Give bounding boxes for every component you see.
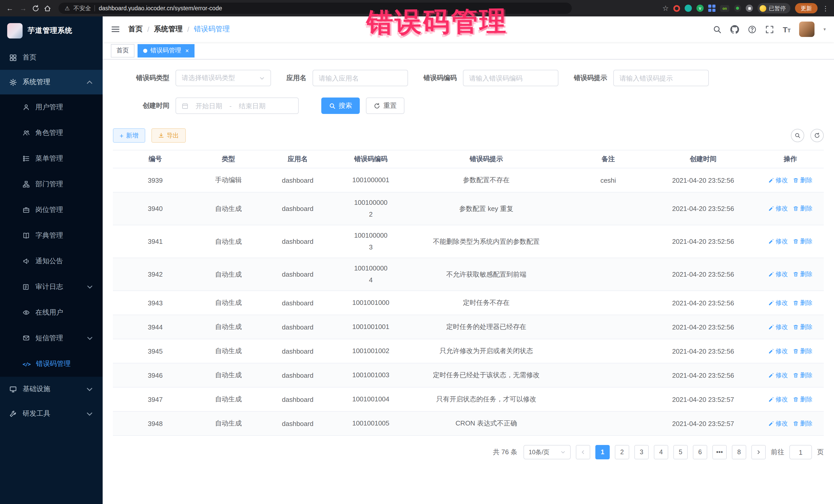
- delete-button[interactable]: 删除: [793, 395, 812, 404]
- page-button-8[interactable]: 8: [732, 445, 746, 459]
- edit-button[interactable]: 修改: [768, 176, 788, 184]
- extension-green-dot-icon[interactable]: [734, 5, 741, 12]
- app-name-input[interactable]: [319, 74, 402, 82]
- browser-back-icon[interactable]: ←: [5, 4, 14, 12]
- tab-home[interactable]: 首页: [111, 44, 134, 57]
- delete-button[interactable]: 删除: [793, 323, 812, 331]
- error-code-input[interactable]: [469, 74, 552, 82]
- refresh-table-button[interactable]: [810, 129, 824, 142]
- extension-teal-icon[interactable]: [685, 5, 692, 12]
- edit-button[interactable]: 修改: [768, 299, 788, 307]
- search-icon[interactable]: [713, 25, 722, 34]
- edit-button[interactable]: 修改: [768, 204, 788, 213]
- breadcrumb-home[interactable]: 首页: [128, 25, 143, 34]
- edit-button[interactable]: 修改: [768, 419, 788, 428]
- sidebar-item-dictionary[interactable]: 字典管理: [0, 223, 103, 248]
- sidebar-item-departments[interactable]: 部门管理: [0, 171, 103, 197]
- edit-button[interactable]: 修改: [768, 347, 788, 355]
- extension-plug-icon[interactable]: [746, 5, 753, 12]
- sidebar-item-sms[interactable]: 短信管理: [0, 325, 103, 351]
- export-button-label: 导出: [167, 131, 179, 140]
- avatar[interactable]: [799, 22, 815, 37]
- sidebar-item-roles[interactable]: 角色管理: [0, 120, 103, 146]
- delete-button[interactable]: 删除: [793, 371, 812, 379]
- help-icon[interactable]: [748, 25, 756, 34]
- browser-menu-icon[interactable]: ⋮: [822, 4, 829, 12]
- sidebar-item-posts[interactable]: 岗位管理: [0, 197, 103, 223]
- browser-update-button[interactable]: 更新: [795, 3, 817, 13]
- prev-page-button[interactable]: [576, 445, 590, 459]
- error-type-select[interactable]: 请选择错误码类型: [176, 70, 271, 86]
- edit-button[interactable]: 修改: [768, 237, 788, 246]
- sidebar-group-system[interactable]: 系统管理: [0, 70, 103, 94]
- hamburger-icon[interactable]: [111, 25, 120, 34]
- font-size-icon[interactable]: TT: [783, 25, 791, 33]
- page-button-5[interactable]: 5: [673, 445, 688, 459]
- sidebar-item-home[interactable]: 首页: [0, 45, 103, 70]
- caret-down-icon[interactable]: ▾: [824, 27, 826, 32]
- start-date-input[interactable]: [192, 102, 226, 110]
- page-more-button[interactable]: •••: [712, 445, 727, 459]
- delete-button[interactable]: 删除: [793, 204, 812, 213]
- browser-forward-icon[interactable]: →: [19, 4, 28, 12]
- extension-grid-icon[interactable]: [708, 5, 716, 12]
- extension-v-icon[interactable]: V: [697, 5, 704, 12]
- logo-title: 芋道管理系统: [28, 26, 72, 36]
- sidebar-group-devtools[interactable]: 研发工具: [0, 401, 103, 426]
- cell-create-time: 2021-04-20 23:52:56: [649, 176, 757, 184]
- breadcrumb-current: 错误码管理: [194, 25, 230, 34]
- paused-badge[interactable]: 已暂停: [758, 3, 790, 13]
- delete-button[interactable]: 删除: [793, 299, 812, 307]
- cell-id: 3948: [113, 420, 198, 427]
- delete-button[interactable]: 删除: [793, 347, 812, 355]
- browser-reload-icon[interactable]: [32, 4, 40, 12]
- reset-button[interactable]: 重置: [366, 97, 404, 114]
- page-size-select[interactable]: 10条/页: [524, 445, 571, 459]
- bookmark-star-icon[interactable]: ☆: [662, 4, 669, 12]
- delete-button[interactable]: 删除: [793, 176, 812, 184]
- error-hint-input[interactable]: [619, 74, 703, 82]
- export-button[interactable]: 导出: [151, 128, 185, 143]
- delete-button[interactable]: 删除: [793, 419, 812, 428]
- sidebar-item-online-users[interactable]: 在线用户: [0, 300, 103, 325]
- sidebar-group-infrastructure[interactable]: 基础设施: [0, 377, 103, 401]
- page-button-4[interactable]: 4: [654, 445, 668, 459]
- extension-red-icon[interactable]: [673, 5, 680, 12]
- edit-button[interactable]: 修改: [768, 270, 788, 279]
- sidebar-item-notices[interactable]: 通知公告: [0, 248, 103, 274]
- sidebar-item-menus[interactable]: 菜单管理: [0, 146, 103, 171]
- sidebar-item-audit-log[interactable]: 审计日志: [0, 274, 103, 300]
- sidebar-item-users[interactable]: 用户管理: [0, 94, 103, 120]
- delete-button[interactable]: 删除: [793, 270, 812, 279]
- edit-button[interactable]: 修改: [768, 395, 788, 404]
- logo[interactable]: 芋道管理系统: [0, 17, 103, 45]
- cell-error-hint: 参数配置 key 重复: [405, 204, 567, 213]
- page-button-3[interactable]: 3: [634, 445, 649, 459]
- toggle-search-button[interactable]: [791, 129, 804, 142]
- filter-label: 错误码提示: [574, 73, 607, 83]
- delete-button[interactable]: 删除: [793, 237, 812, 246]
- date-range-picker[interactable]: -: [176, 97, 299, 114]
- browser-home-icon[interactable]: [44, 4, 51, 12]
- page-button-2[interactable]: 2: [615, 445, 629, 459]
- page-button-6[interactable]: 6: [693, 445, 707, 459]
- table-row: 3947 自动生成 dashboard 1001001004 只有开启状态的任务…: [113, 388, 824, 412]
- cell-app-name: dashboard: [259, 299, 336, 307]
- fullscreen-icon[interactable]: [765, 25, 774, 34]
- edit-button[interactable]: 修改: [768, 371, 788, 379]
- close-icon[interactable]: ×: [185, 47, 189, 54]
- extension-on-icon[interactable]: on: [720, 5, 729, 12]
- search-button[interactable]: 搜索: [321, 97, 360, 114]
- goto-page-input[interactable]: [789, 445, 812, 459]
- address-bar[interactable]: ⚠ 不安全 dashboard.yudao.iocoder.cn/system/…: [59, 3, 572, 14]
- edit-button[interactable]: 修改: [768, 323, 788, 331]
- end-date-input[interactable]: [235, 102, 269, 110]
- page-button-1[interactable]: 1: [595, 445, 610, 459]
- github-icon[interactable]: [730, 25, 739, 34]
- tab-error-code[interactable]: 错误码管理 ×: [137, 44, 195, 57]
- breadcrumb-system[interactable]: 系统管理: [154, 25, 183, 34]
- sidebar-item-error-code[interactable]: </> 错误码管理: [0, 351, 103, 377]
- next-page-button[interactable]: [751, 445, 766, 459]
- total-count: 共 76 条: [493, 447, 517, 457]
- add-button[interactable]: + 新增: [113, 128, 145, 143]
